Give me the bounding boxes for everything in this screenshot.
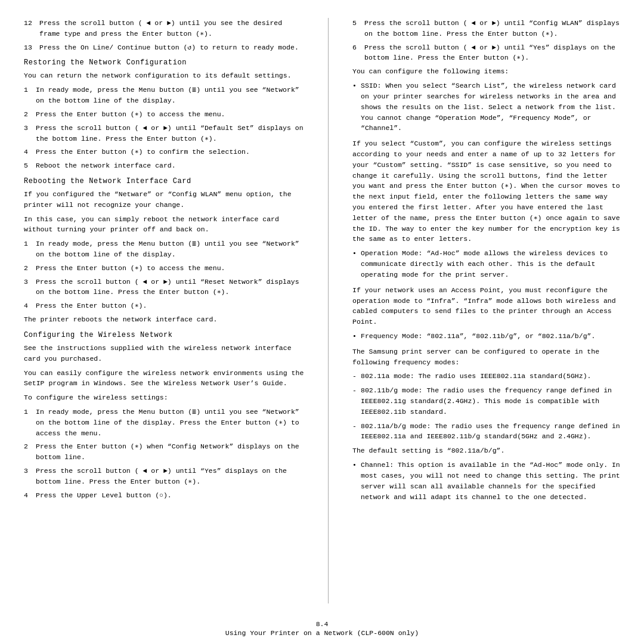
bullet-text: Channel: This option is available in the…	[361, 460, 620, 502]
restoring-item: 1In ready mode, press the Menu button (≣…	[24, 85, 304, 106]
item-text: Press the scroll button ( ◄ or ►) until …	[364, 42, 620, 64]
restoring-item: 2Press the Enter button (∗) to access th…	[24, 109, 304, 120]
item-13-number: 13	[24, 42, 39, 53]
item-text: In ready mode, press the Menu button (≣)…	[36, 407, 304, 438]
dash-text: 802.11b/g mode: The radio uses the frequ…	[361, 385, 620, 417]
dash-marker: -	[352, 371, 361, 382]
restoring-intro: You can return the network configuration…	[24, 70, 304, 81]
rebooting-intro1: If you configured the “Netware” or “Conf…	[24, 189, 304, 210]
item-text: In ready mode, press the Menu button (≣)…	[36, 239, 304, 260]
rebooting-item: 3Press the scroll button ( ◄ or ►) until…	[24, 277, 304, 298]
item-text: Press the Enter button (∗).	[36, 301, 304, 311]
right-bullets: • SSID: When you select “Search List”, t…	[352, 80, 620, 502]
item-12-number: 12	[24, 18, 39, 39]
restoring-heading: Restoring the Network Configuration	[24, 58, 304, 67]
content-area: 12 Press the scroll button ( ◄ or ►) unt…	[0, 0, 644, 615]
column-divider	[328, 18, 329, 603]
configuring-item: 2Press the Enter button (∗) when “Config…	[24, 441, 304, 463]
right-continued-items: 5Press the scroll button ( ◄ or ►) until…	[352, 18, 620, 63]
configuring-item: 4Press the Upper Level button (○).	[24, 490, 304, 501]
restoring-item: 3Press the scroll button ( ◄ or ►) until…	[24, 123, 304, 144]
rebooting-item: 2Press the Enter button (∗) to access th…	[24, 263, 304, 274]
item-number: 4	[24, 147, 36, 157]
item-number: 4	[24, 301, 36, 311]
rebooting-intro2: In this case, you can simply reboot the …	[24, 214, 304, 236]
bullet-section: • Frequency Mode: “802.11a”, “802.11b/g”…	[352, 331, 620, 456]
item-text: Press the Enter button (∗) to access the…	[36, 109, 304, 120]
footer-title: Using Your Printer on a Network (CLP-600…	[0, 629, 644, 637]
item-text: Press the Enter button (∗) when “Config …	[36, 441, 304, 463]
bullet-text: Operation Mode: “Ad-Hoc” mode allows the…	[361, 248, 620, 280]
bullet-section: • Channel: This option is available in t…	[352, 460, 620, 502]
item-13-text: Press the On Line/ Continue button (↺) t…	[39, 42, 304, 53]
dash-item: - 802.11a mode: The radio uses IEEE802.1…	[352, 371, 620, 382]
item-text: Press the scroll button ( ◄ or ►) until …	[364, 18, 620, 39]
item-text: Press the Upper Level button (○).	[36, 490, 304, 501]
dash-text: 802.11a/b/g mode: The radio uses the fre…	[361, 421, 620, 442]
configuring-item: 3Press the scroll button ( ◄ or ►) until…	[24, 466, 304, 487]
configuring-items: 1In ready mode, press the Menu button (≣…	[24, 407, 304, 501]
item-12: 12 Press the scroll button ( ◄ or ►) unt…	[24, 18, 304, 39]
item-text: Reboot the network interface card.	[36, 160, 304, 171]
item-number: 1	[24, 85, 36, 106]
left-column: 12 Press the scroll button ( ◄ or ►) unt…	[24, 18, 316, 603]
configuring-intro2: You can easily configure the wireless ne…	[24, 368, 304, 389]
item-12-text: Press the scroll button ( ◄ or ►) until …	[39, 18, 304, 39]
configuring-intro3: To configure the wireless settings:	[24, 392, 304, 403]
footer: 8.4 Using Your Printer on a Network (CLP…	[0, 615, 644, 644]
item-number: 2	[24, 109, 36, 120]
restoring-item: 5Reboot the network interface card.	[24, 160, 304, 171]
item-number: 4	[24, 490, 36, 501]
bullet-marker: •	[352, 248, 361, 280]
item-number: 6	[352, 42, 364, 64]
right-continued-item: 6Press the scroll button ( ◄ or ►) until…	[352, 42, 620, 64]
configuring-intro1: See the instructions supplied with the w…	[24, 343, 304, 364]
item-text: In ready mode, press the Menu button (≣)…	[36, 85, 304, 106]
bullet-section: • SSID: When you select “Search List”, t…	[352, 80, 620, 244]
configuring-item: 1In ready mode, press the Menu button (≣…	[24, 407, 304, 438]
bullet-item: • Channel: This option is available in t…	[352, 460, 620, 502]
bullet-section: • Operation Mode: “Ad-Hoc” mode allows t…	[352, 248, 620, 327]
bullet-item: • Operation Mode: “Ad-Hoc” mode allows t…	[352, 248, 620, 280]
bullet-item: • SSID: When you select “Search List”, t…	[352, 80, 620, 134]
bullet-item: • Frequency Mode: “802.11a”, “802.11b/g”…	[352, 331, 620, 342]
item-number: 5	[352, 18, 364, 39]
right-continued-item: 5Press the scroll button ( ◄ or ►) until…	[352, 18, 620, 39]
bullet-marker: •	[352, 331, 361, 342]
item-number: 2	[24, 263, 36, 274]
item-text: Press the Enter button (∗) to confirm th…	[36, 147, 304, 157]
item-number: 3	[24, 277, 36, 298]
item-number: 2	[24, 441, 36, 463]
item-number: 1	[24, 407, 36, 438]
item-number: 3	[24, 466, 36, 487]
rebooting-item: 1In ready mode, press the Menu button (≣…	[24, 239, 304, 260]
after-dashes: The default setting is “802.11a/b/g”.	[352, 445, 620, 456]
item-text: Press the Enter button (∗) to access the…	[36, 263, 304, 274]
item-number: 3	[24, 123, 36, 144]
page: 12 Press the scroll button ( ◄ or ►) unt…	[0, 0, 644, 644]
item-text: Press the scroll button ( ◄ or ►) until …	[36, 466, 304, 487]
dash-item: - 802.11a/b/g mode: The radio uses the f…	[352, 421, 620, 442]
dash-item: - 802.11b/g mode: The radio uses the fre…	[352, 385, 620, 417]
item-text: Press the scroll button ( ◄ or ►) until …	[36, 277, 304, 298]
bullet-marker: •	[352, 80, 361, 134]
right-column: 5Press the scroll button ( ◄ or ►) until…	[340, 18, 620, 603]
bullet-extra: The Samsung print server can be configur…	[352, 346, 620, 368]
dash-text: 802.11a mode: The radio uses IEEE802.11a…	[361, 371, 620, 382]
configurable-intro: You can configure the following items:	[352, 66, 620, 77]
rebooting-item: 4Press the Enter button (∗).	[24, 301, 304, 311]
restoring-items: 1In ready mode, press the Menu button (≣…	[24, 85, 304, 171]
restoring-item: 4Press the Enter button (∗) to confirm t…	[24, 147, 304, 157]
dash-marker: -	[352, 385, 361, 417]
bullet-extra: If your network uses an Access Point, yo…	[352, 285, 620, 327]
bullet-text: Frequency Mode: “802.11a”, “802.11b/g”, …	[361, 331, 620, 342]
page-number: 8.4	[0, 620, 644, 628]
rebooting-after: The printer reboots the network interfac…	[24, 314, 304, 325]
item-text: Press the scroll button ( ◄ or ►) until …	[36, 123, 304, 144]
bullet-text: SSID: When you select “Search List”, the…	[361, 80, 620, 134]
configuring-heading: Configuring the Wireless Network	[24, 331, 304, 339]
rebooting-heading: Rebooting the Network Interface Card	[24, 177, 304, 185]
item-number: 1	[24, 239, 36, 260]
item-13: 13 Press the On Line/ Continue button (↺…	[24, 42, 304, 53]
item-number: 5	[24, 160, 36, 171]
